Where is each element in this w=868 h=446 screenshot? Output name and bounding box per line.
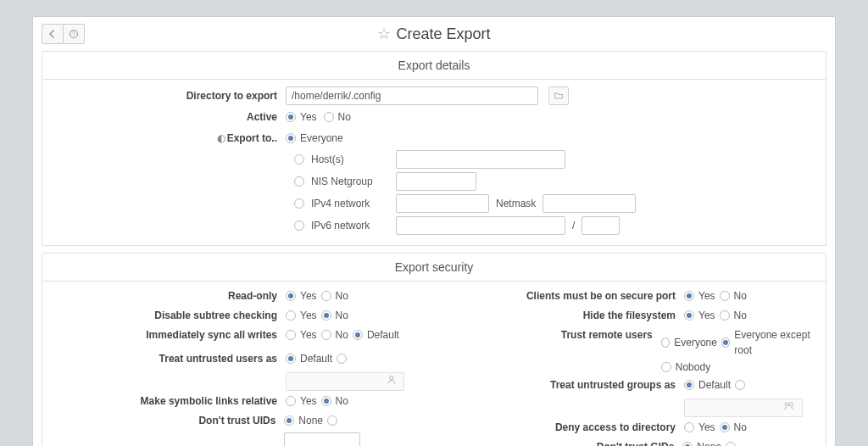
- treat-groups-default-radio[interactable]: [684, 380, 694, 390]
- svg-point-4: [789, 403, 793, 406]
- readonly-label: Read-only: [53, 288, 286, 304]
- trust-nobody-radio[interactable]: [661, 362, 671, 372]
- export-hosts-label: Host(s): [311, 153, 389, 165]
- export-nis-label: NIS Netgroup: [311, 176, 389, 187]
- symlinks-no-radio[interactable]: [321, 396, 331, 406]
- treat-users-input-group[interactable]: [286, 372, 404, 391]
- treat-groups-input-group[interactable]: [684, 399, 803, 417]
- help-icon[interactable]: ◐: [217, 132, 225, 144]
- export-ipv4-label: IPv4 network: [311, 198, 389, 209]
- secure-no-radio[interactable]: [720, 291, 730, 301]
- subtree-no-radio[interactable]: [321, 310, 331, 321]
- question-icon: ?: [69, 29, 79, 39]
- netmask-label: Netmask: [496, 198, 536, 209]
- trust-remote-label: Trust remote users: [451, 327, 661, 343]
- trust-except-root-radio[interactable]: [721, 337, 730, 348]
- directory-label: Directory to export: [53, 90, 286, 102]
- active-label: Active: [53, 111, 286, 123]
- gids-none-radio[interactable]: [682, 442, 693, 446]
- sync-no-radio[interactable]: [321, 330, 331, 340]
- favorite-star-icon[interactable]: ☆: [377, 25, 391, 43]
- hide-no-radio[interactable]: [720, 310, 730, 321]
- help-button[interactable]: ?: [63, 24, 85, 44]
- uids-none-radio[interactable]: [284, 415, 294, 426]
- export-everyone-radio[interactable]: [286, 133, 296, 143]
- svg-point-2: [390, 376, 394, 381]
- export-everyone-label: Everyone: [300, 132, 343, 144]
- export-to-label: ◐Export to..: [53, 132, 286, 144]
- treat-groups-custom-radio[interactable]: [735, 380, 745, 390]
- back-button[interactable]: [42, 24, 64, 44]
- secure-yes-radio[interactable]: [684, 291, 694, 301]
- slash-label: /: [572, 220, 575, 231]
- deny-yes-radio[interactable]: [684, 422, 694, 432]
- hide-fs-label: Hide the filesystem: [451, 308, 684, 323]
- gids-label: Don't trust GIDs: [451, 439, 682, 446]
- top-bar: ? ☆ Create Export: [33, 17, 835, 51]
- svg-text:?: ?: [72, 31, 75, 36]
- page-title: Create Export: [396, 25, 490, 43]
- export-nis-radio[interactable]: [294, 176, 304, 187]
- symlinks-yes-radio[interactable]: [286, 396, 296, 406]
- uids-label: Don't trust UIDs: [53, 413, 284, 428]
- directory-input[interactable]: [286, 86, 538, 105]
- trust-everyone-radio[interactable]: [661, 337, 670, 348]
- subtree-yes-radio[interactable]: [286, 310, 296, 321]
- uids-input[interactable]: [284, 432, 360, 446]
- readonly-no-radio[interactable]: [321, 291, 331, 301]
- group-picker-icon[interactable]: [780, 400, 798, 415]
- export-ipv6-label: IPv6 network: [311, 220, 389, 231]
- svg-point-3: [785, 403, 788, 406]
- gids-custom-radio[interactable]: [726, 442, 736, 446]
- hide-yes-radio[interactable]: [684, 310, 694, 321]
- export-ipv4-radio[interactable]: [294, 198, 304, 209]
- treat-users-label: Treat untrusted users as: [53, 351, 286, 366]
- deny-access-label: Deny access to directory: [451, 420, 684, 435]
- browse-button[interactable]: [548, 86, 569, 105]
- main-panel: ? ☆ Create Export Export details Directo…: [32, 16, 836, 446]
- ipv4-input[interactable]: [396, 194, 489, 213]
- active-yes-label: Yes: [300, 111, 317, 123]
- treat-users-custom-radio[interactable]: [337, 354, 347, 364]
- active-no-label: No: [338, 111, 351, 123]
- sync-default-radio[interactable]: [353, 330, 363, 340]
- export-ipv6-radio[interactable]: [294, 220, 304, 231]
- nis-input[interactable]: [396, 172, 476, 191]
- export-security-heading: Export security: [42, 254, 826, 282]
- readonly-yes-radio[interactable]: [286, 291, 296, 301]
- export-details-panel: Export details Directory to export Activ…: [42, 51, 826, 246]
- user-picker-icon[interactable]: [383, 374, 400, 389]
- netmask-input[interactable]: [542, 194, 636, 213]
- active-yes-radio[interactable]: [286, 112, 296, 122]
- hosts-input[interactable]: [396, 150, 565, 169]
- ipv6-prefix-input[interactable]: [581, 216, 620, 235]
- arrow-left-icon: [47, 29, 58, 39]
- export-details-heading: Export details: [42, 52, 826, 80]
- treat-groups-label: Treat untrusted groups as: [451, 377, 684, 393]
- browse-icon: [554, 91, 564, 101]
- ipv6-input[interactable]: [396, 216, 565, 235]
- active-no-radio[interactable]: [324, 112, 334, 122]
- symlinks-label: Make symbolic links relative: [53, 393, 286, 409]
- sync-label: Immediately sync all writes: [53, 327, 286, 343]
- uids-custom-radio[interactable]: [327, 415, 337, 426]
- sync-yes-radio[interactable]: [286, 330, 296, 340]
- export-security-panel: Export security Read-only Yes No Disable…: [42, 253, 826, 446]
- secure-port-label: Clients must be on secure port: [451, 288, 684, 304]
- export-hosts-radio[interactable]: [294, 154, 304, 164]
- subtree-label: Disable subtree checking: [53, 308, 286, 323]
- deny-no-radio[interactable]: [720, 422, 730, 432]
- treat-users-default-radio[interactable]: [286, 354, 296, 364]
